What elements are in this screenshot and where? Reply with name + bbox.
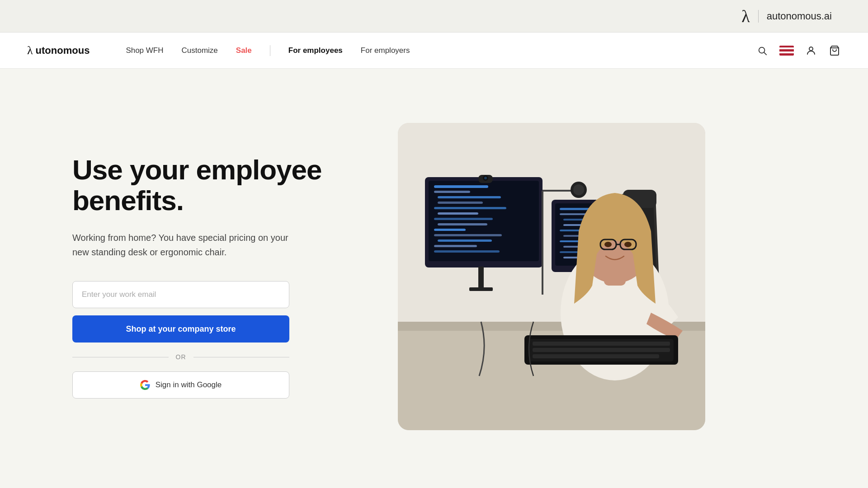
svg-point-53 [604,242,612,247]
email-input[interactable] [72,281,289,308]
nav-logo[interactable]: λ utonomous [27,44,90,57]
nav-link-for-employers[interactable]: For employers [361,46,410,55]
svg-rect-14 [434,207,506,209]
top-bar: λ autonomous.ai [0,0,868,33]
navbar: λ utonomous Shop WFH Customize Sale For … [0,33,868,69]
svg-rect-10 [434,185,488,188]
google-sign-in-button[interactable]: Sign in with Google [72,371,289,399]
top-bar-lambda-icon: λ [741,8,750,25]
svg-point-42 [573,184,584,195]
nav-link-shop-wfh[interactable]: Shop WFH [126,46,163,55]
nav-right [756,44,841,57]
nav-links: Shop WFH Customize Sale For employees Fo… [126,45,756,56]
svg-point-45 [484,177,487,179]
search-icon[interactable] [756,44,769,57]
nav-logo-text: utonomous [36,45,90,56]
top-bar-divider [758,10,759,23]
google-button-label: Sign in with Google [156,380,222,389]
or-text: OR [176,353,186,361]
hero-illustration [398,123,705,430]
or-line-right [193,357,290,357]
svg-rect-22 [434,250,500,253]
svg-rect-16 [434,218,493,220]
svg-rect-21 [434,245,477,247]
hero-image [398,123,705,430]
main-content: Use your employee benefits. Working from… [0,69,868,484]
svg-rect-15 [438,212,478,215]
top-bar-brand: λ autonomous.ai [741,8,832,25]
svg-rect-18 [434,229,466,231]
nav-link-customize[interactable]: Customize [182,46,218,55]
svg-rect-60 [533,348,670,352]
hero-left-section: Use your employee benefits. Working from… [72,155,362,399]
svg-rect-59 [533,342,670,346]
svg-rect-61 [533,354,659,358]
or-line-left [72,357,169,357]
svg-rect-13 [438,202,483,204]
svg-point-54 [624,242,632,247]
cart-icon[interactable] [828,44,841,57]
svg-line-1 [764,52,766,55]
country-flag-icon[interactable] [779,46,794,56]
svg-rect-12 [438,196,501,198]
nav-link-sale[interactable]: Sale [236,46,252,55]
svg-rect-20 [438,239,492,242]
hero-title: Use your employee benefits. [72,155,362,216]
svg-rect-24 [469,287,493,291]
svg-rect-19 [434,234,502,236]
hero-subtitle: Working from home? You have special pric… [72,230,298,259]
top-bar-brand-name: autonomous.ai [767,10,832,22]
account-icon[interactable] [805,44,817,57]
shop-button[interactable]: Shop at your company store [72,315,289,343]
svg-rect-23 [478,267,484,289]
nav-link-for-employees[interactable]: For employees [288,46,343,55]
svg-rect-11 [434,191,470,193]
nav-section-divider [270,45,270,56]
svg-point-2 [809,47,813,51]
or-divider: OR [72,353,289,361]
hero-right-section [398,123,705,430]
nav-lambda-icon: λ [27,44,33,57]
google-logo-icon [140,380,150,390]
svg-rect-17 [438,223,487,225]
